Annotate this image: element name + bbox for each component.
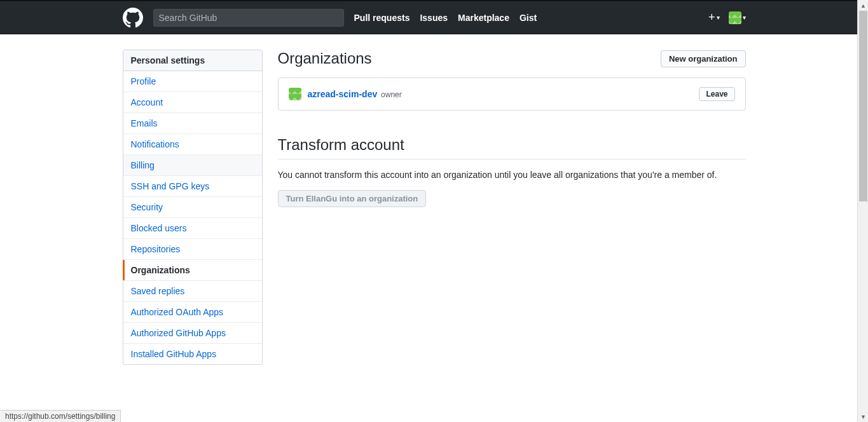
main-container: Personal settings Profile Account Emails… — [123, 50, 746, 365]
new-organization-button[interactable]: New organization — [661, 50, 746, 67]
plus-icon: + — [708, 11, 715, 24]
sidebar-item-security[interactable]: Security — [123, 197, 262, 218]
page-title: Organizations — [278, 50, 661, 67]
organization-row: azread-scim-dev owner Leave — [278, 78, 746, 111]
transform-button: Turn EllanGu into an organization — [278, 190, 427, 207]
sidebar-item-blocked-users[interactable]: Blocked users — [123, 218, 262, 239]
sidebar-item-account[interactable]: Account — [123, 92, 262, 113]
leave-org-button[interactable]: Leave — [699, 87, 734, 101]
sidebar-item-github-apps[interactable]: Authorized GitHub Apps — [123, 323, 262, 344]
chevron-down-icon: ▾ — [717, 14, 720, 21]
transform-description: You cannot transform this account into a… — [278, 170, 746, 180]
nav-issues[interactable]: Issues — [420, 13, 448, 23]
page-subhead: Organizations New organization — [278, 50, 746, 67]
sidebar-item-emails[interactable]: Emails — [123, 113, 262, 134]
header-inner: Pull requests Issues Marketplace Gist + … — [123, 8, 746, 28]
org-role: owner — [381, 90, 402, 99]
transform-title: Transform account — [278, 136, 746, 154]
sidebar-item-billing[interactable]: Billing — [123, 155, 262, 176]
header-right: + ▾ ▾ — [708, 11, 746, 24]
primary-nav: Pull requests Issues Marketplace Gist — [354, 13, 537, 23]
org-link[interactable]: azread-scim-dev — [308, 89, 378, 99]
sidebar-item-profile[interactable]: Profile — [123, 71, 262, 92]
scroll-up-icon[interactable]: ▲ — [858, 0, 868, 11]
profile-dropdown[interactable]: ▾ — [729, 11, 746, 24]
sidebar-heading: Personal settings — [123, 50, 262, 71]
create-dropdown[interactable]: + ▾ — [708, 11, 720, 24]
sidebar-item-ssh-gpg[interactable]: SSH and GPG keys — [123, 176, 262, 197]
avatar — [729, 11, 741, 24]
sidebar-item-notifications[interactable]: Notifications — [123, 134, 262, 155]
scroll-thumb[interactable] — [859, 11, 867, 201]
nav-pull-requests[interactable]: Pull requests — [354, 13, 410, 23]
sidebar-item-repositories[interactable]: Repositories — [123, 239, 262, 260]
search-input[interactable] — [153, 9, 344, 27]
settings-sidebar: Personal settings Profile Account Emails… — [123, 50, 263, 365]
vertical-scrollbar[interactable]: ▲ ▼ — [857, 0, 868, 422]
nav-gist[interactable]: Gist — [520, 13, 537, 23]
org-avatar — [289, 88, 301, 100]
scroll-down-icon[interactable]: ▼ — [858, 411, 868, 422]
sidebar-item-saved-replies[interactable]: Saved replies — [123, 281, 262, 302]
org-name-wrap: azread-scim-dev owner — [308, 89, 402, 99]
sidebar-item-installed-apps[interactable]: Installed GitHub Apps — [123, 344, 262, 364]
divider — [278, 159, 746, 160]
content: Organizations New organization azread-sc… — [278, 50, 746, 365]
nav-marketplace[interactable]: Marketplace — [458, 13, 509, 23]
github-logo-icon[interactable] — [123, 8, 143, 28]
sidebar-item-organizations: Organizations — [123, 260, 262, 281]
browser-status-bar: https://github.com/settings/billing — [0, 410, 121, 422]
chevron-down-icon: ▾ — [743, 14, 746, 21]
sidebar-item-oauth-apps[interactable]: Authorized OAuth Apps — [123, 302, 262, 323]
app-header: Pull requests Issues Marketplace Gist + … — [0, 0, 868, 34]
